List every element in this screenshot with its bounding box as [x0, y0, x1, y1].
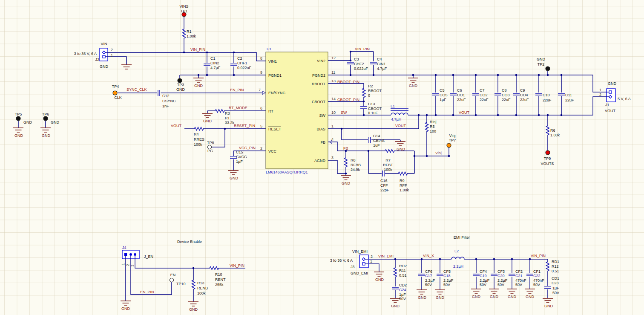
schematic-text: VIN_EMI [378, 254, 394, 258]
schematic-text: VIN_PIN [190, 47, 205, 52]
junction-dot [224, 128, 226, 130]
ic-pin-number: 12 [331, 56, 336, 60]
j3-net: VIN_EMI [352, 249, 368, 254]
schematic-text: VIN_PIN [355, 47, 370, 51]
ic-pin-name: RBOOT [312, 82, 326, 86]
ic-pin-name: VCC [268, 149, 277, 153]
testpoint-tp3[interactable] [178, 78, 182, 83]
schematic-text: CO3 [502, 93, 510, 97]
schematic-text: 50V [552, 291, 559, 295]
junction-dot [414, 155, 416, 157]
schematic-text: R9 [400, 179, 405, 183]
junction-dot [515, 74, 518, 76]
schematic-text: C8 [502, 88, 507, 92]
schematic-text: 1µF [552, 286, 559, 290]
schematic-text: CSYNC [162, 99, 176, 103]
ic-pin-number: 10 [331, 110, 336, 115]
j4-pin1-number: 1 [121, 263, 125, 265]
connector-j1[interactable] [607, 89, 615, 102]
testpoint-tp7[interactable] [447, 143, 451, 147]
schematic-text: VIN_PIN [531, 254, 546, 258]
schematic-text: Vinj [435, 151, 442, 155]
connector-j4[interactable] [122, 250, 139, 259]
testpoint-tp5[interactable] [16, 116, 20, 121]
schematic-text: RD1 [552, 260, 559, 264]
ic-pin-name: BIAS [316, 127, 325, 131]
schematic-text: GND [14, 133, 23, 138]
schematic-text: RRES [194, 137, 204, 142]
tp3-net: GND [176, 87, 185, 92]
connector-j2[interactable] [100, 48, 108, 61]
junction-dot [435, 74, 437, 76]
junction-dot [350, 74, 352, 76]
schematic-text: 4.7µF [377, 66, 387, 71]
schematic-text: 22uF [480, 98, 489, 102]
connector-j3[interactable] [359, 255, 368, 268]
schematic-text: CF1 [533, 269, 540, 274]
schematic-text: VIN_X [423, 254, 434, 258]
pin-square-icon [362, 263, 365, 265]
schematic-text: 0.022uF [237, 66, 252, 70]
schematic-text: R1 [187, 29, 192, 34]
schematic-text: 470nF [515, 278, 526, 283]
testpoint-tp9[interactable] [546, 150, 550, 155]
pin-square-icon [609, 91, 612, 93]
junction-dot [452, 74, 454, 76]
schematic-text: 22uF [457, 98, 466, 102]
ic-pin-name: FB [320, 140, 325, 144]
schematic-text: RESET_PIN [234, 124, 255, 128]
testpoint-tp2[interactable] [546, 66, 550, 71]
junction-dot [206, 52, 208, 54]
schematic-text: GND [230, 176, 239, 180]
j2-net: VIN [101, 42, 107, 46]
junction-dot [538, 74, 540, 76]
schematic-text: RENT [215, 277, 226, 282]
testpoint-tp6[interactable] [43, 116, 48, 121]
schematic-text: GND [544, 304, 553, 308]
junction-dot [363, 114, 365, 116]
schematic-text: C13 [368, 102, 375, 106]
junction-dot [193, 267, 195, 269]
testpoint-tp10[interactable] [170, 278, 174, 282]
schematic-text: 2.2µF [480, 278, 490, 283]
schematic-text: 1µF [236, 159, 243, 164]
j3-pin2-number: 2 [371, 254, 373, 259]
schematic-text: 50V [497, 283, 504, 287]
schematic-text: C6 [457, 88, 462, 92]
main-ic-u1[interactable]: U1LM61460AASQRJRRQ1VIN18PGND19EN/SYNC7RT… [259, 47, 336, 174]
junction-dot [561, 74, 563, 76]
tp1-name: TP1 [181, 9, 188, 13]
tp7-name: TP7 [449, 138, 456, 142]
schematic-text: CF4 [480, 269, 487, 274]
schematic-text: RFF [400, 183, 407, 188]
schematic-text: CD1 [552, 276, 559, 280]
j2-designator: J2 [95, 58, 99, 62]
schematic-text: CO1 [457, 93, 465, 97]
junction-dot [452, 114, 454, 116]
schematic-text: VOUT [171, 124, 182, 128]
junction-dot [547, 74, 549, 76]
schematic-text: C24 [399, 288, 406, 292]
junction-dot [435, 114, 437, 116]
schematic-text: CD2 [399, 283, 407, 287]
schematic-text: R12 [552, 264, 559, 269]
schematic-text: 50V [399, 297, 406, 301]
schematic-text: 0.51 [399, 273, 407, 277]
tp5-net: GND [23, 120, 32, 124]
junction-dot [497, 74, 499, 76]
junction-dot [368, 150, 370, 152]
schematic-text: GND [42, 133, 51, 138]
ic-pin-number: 7 [259, 88, 261, 92]
schematic-text: C17 [425, 274, 432, 278]
schematic-text: C15 [236, 150, 243, 154]
testpoint-tp4[interactable] [113, 91, 117, 95]
schematic-text: CHF2 [354, 62, 364, 66]
schematic-text: VOUT [395, 124, 406, 128]
schematic-text: CBOOT_PIN [337, 98, 359, 102]
ic-pin-number: 3 [331, 156, 334, 160]
ic-pin-name: RT [268, 109, 273, 113]
schematic-text: RENB [197, 286, 208, 290]
j1-gnd: GND [608, 81, 617, 86]
ic-pin-name: VIN2 [317, 59, 325, 63]
junction-dot [497, 114, 499, 116]
